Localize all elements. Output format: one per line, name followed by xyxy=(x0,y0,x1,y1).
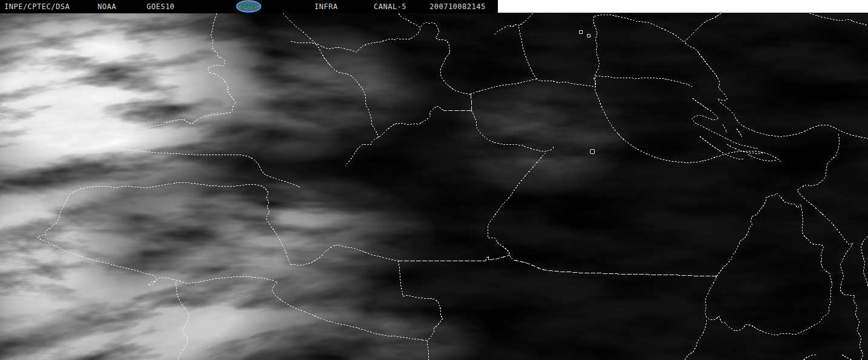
cptec-logo-icon: CPTEC xyxy=(236,0,262,13)
goes-infrared-map xyxy=(0,0,868,360)
agency-label: INPE/CPTEC/DSA xyxy=(4,2,70,11)
cloud-layer xyxy=(0,0,868,360)
header-white-strip xyxy=(498,0,868,13)
timestamp-label: 200710082145 xyxy=(429,2,486,11)
logo-text: CPTEC xyxy=(239,3,259,11)
noaa-label: NOAA xyxy=(98,2,116,11)
band-label: INFRA xyxy=(314,2,338,11)
channel-label: CANAL-5 xyxy=(374,2,406,11)
header-bar: INPE/CPTEC/DSA NOAA GOES10 INFRA CANAL-5… xyxy=(0,0,868,13)
satellite-label: GOES10 xyxy=(147,2,174,11)
satellite-image-viewport: INPE/CPTEC/DSA NOAA GOES10 INFRA CANAL-5… xyxy=(0,0,868,360)
cloud-speckle-field xyxy=(0,13,868,360)
